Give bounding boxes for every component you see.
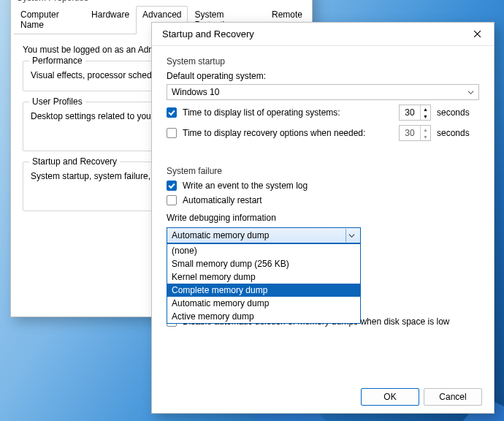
default-os-value: Windows 10 (172, 87, 219, 97)
debug-dropdown[interactable]: (none)Small memory dump (256 KB)Kernel m… (167, 243, 361, 324)
tab-computer-name[interactable]: Computer Name (14, 6, 85, 34)
ok-button[interactable]: OK (361, 388, 419, 406)
default-os-select[interactable]: Windows 10 (167, 84, 479, 100)
close-button[interactable] (466, 23, 488, 45)
row-time-list: Time to display list of operating system… (167, 105, 479, 121)
spinner-time-recovery: ▲▼ (399, 125, 431, 141)
checkbox-write-log[interactable] (167, 181, 177, 191)
back-title: System Properties (11, 0, 312, 5)
label-time-recovery: Time to display recovery options when ne… (183, 128, 399, 138)
spinner-time-list-input[interactable] (400, 105, 420, 120)
label-auto-restart: Automatically restart (183, 195, 479, 205)
startup-recovery-dialog: Startup and Recovery System startup Defa… (151, 22, 495, 414)
front-title: Startup and Recovery (162, 29, 254, 39)
checkbox-auto-restart[interactable] (167, 195, 177, 205)
tab-hardware[interactable]: Hardware (85, 6, 136, 34)
legend-startup-recovery: Startup and Recovery (29, 156, 120, 167)
section-system-startup: System startup (167, 56, 479, 67)
checkbox-time-recovery[interactable] (167, 128, 177, 138)
legend-user-profiles: User Profiles (29, 96, 85, 107)
unit-time-recovery: seconds (437, 128, 479, 138)
debug-option[interactable]: Active memory dump (167, 310, 360, 323)
row-auto-restart: Automatically restart (167, 195, 479, 205)
debug-option[interactable]: Automatic memory dump (167, 297, 360, 310)
checkbox-time-list[interactable] (167, 107, 177, 118)
spinner-down-icon[interactable]: ▼ (421, 113, 430, 120)
spinner-down-icon: ▼ (421, 133, 430, 140)
debug-combo[interactable]: Automatic memory dump (167, 227, 361, 243)
row-time-recovery: Time to display recovery options when ne… (167, 125, 479, 141)
debug-option[interactable]: Kernel memory dump (167, 270, 360, 284)
row-write-log: Write an event to the system log (167, 181, 479, 191)
debug-combo-value: Automatic memory dump (172, 230, 269, 240)
legend-performance: Performance (29, 56, 85, 66)
spinner-up-icon: ▲ (421, 126, 430, 133)
label-write-log: Write an event to the system log (183, 181, 479, 191)
debug-combo-wrap: Automatic memory dump (none)Small memory… (167, 227, 361, 243)
debug-option[interactable]: Small memory dump (256 KB) (167, 257, 360, 270)
label-time-list: Time to display list of operating system… (183, 107, 399, 118)
unit-time-list: seconds (437, 107, 479, 118)
label-default-os: Default operating system: (167, 71, 479, 81)
chevron-down-icon (467, 89, 474, 96)
section-system-failure: System failure (167, 166, 479, 176)
debug-option[interactable]: Complete memory dump (167, 284, 360, 297)
spinner-time-recovery-input (400, 126, 420, 140)
spinner-time-list[interactable]: ▲▼ (399, 105, 431, 121)
front-titlebar: Startup and Recovery (152, 23, 494, 46)
cancel-button[interactable]: Cancel (424, 388, 482, 406)
front-footer: OK Cancel (361, 388, 482, 406)
label-debug-info: Write debugging information (167, 213, 479, 223)
chevron-down-icon (348, 232, 355, 239)
close-icon (473, 30, 481, 38)
spinner-up-icon[interactable]: ▲ (421, 105, 430, 113)
debug-option[interactable]: (none) (167, 244, 360, 257)
